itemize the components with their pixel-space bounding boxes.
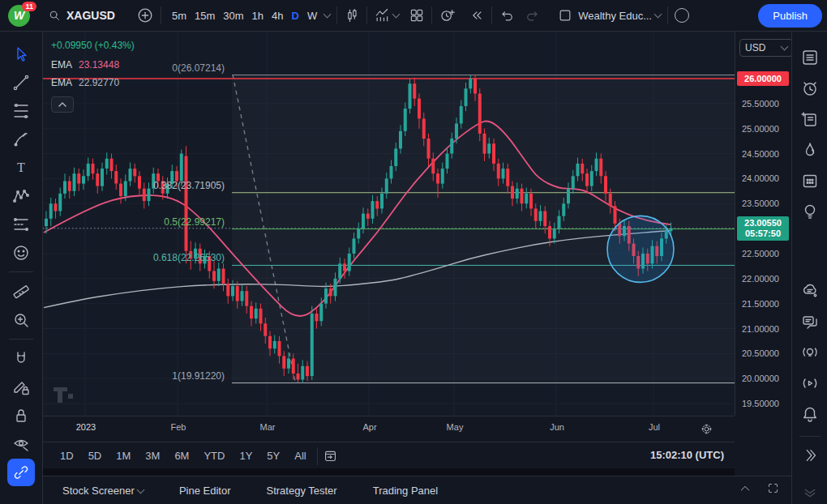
tab-stock-screener[interactable]: Stock Screener [58, 484, 148, 498]
notifications-button[interactable] [798, 402, 822, 426]
publish-button[interactable]: Publish [758, 4, 822, 28]
notifications-bell-icon [800, 404, 820, 424]
candlestick-style-icon[interactable] [344, 7, 360, 23]
range-1d[interactable]: 1D [54, 446, 79, 465]
bottom-panel: Stock Screener Pine Editor Strategy Test… [43, 476, 791, 504]
chevron-down-icon[interactable] [654, 11, 662, 19]
range-1m[interactable]: 1M [110, 446, 136, 465]
timeframe-5m[interactable]: 5m [168, 6, 191, 25]
range-ytd[interactable]: YTD [198, 446, 230, 465]
zoom-in-tool[interactable] [7, 306, 35, 334]
maximize-icon[interactable] [766, 481, 780, 495]
highlight-circle[interactable] [607, 216, 674, 282]
draw-lock-icon [11, 378, 31, 397]
brush-tool[interactable] [7, 126, 35, 153]
indicators-icon[interactable] [374, 7, 390, 23]
streams-button[interactable] [798, 371, 822, 395]
emoji-tool[interactable] [7, 239, 35, 267]
price-tick: 21.00000 [742, 324, 779, 334]
indicator-row[interactable]: EMA23.13448 [51, 58, 135, 71]
minds-button[interactable] [798, 279, 822, 303]
chevron-down-icon[interactable] [392, 11, 401, 19]
cursor-tool[interactable] [7, 41, 35, 68]
undo-icon[interactable] [499, 7, 515, 23]
fib-retracement-tool[interactable] [7, 97, 35, 125]
timeframe-30m[interactable]: 30m [219, 6, 247, 25]
collapse-sidebar-button[interactable] [798, 443, 822, 468]
fib-level-label: 0.618(22.26530) [153, 252, 225, 263]
alerts-button[interactable] [798, 76, 822, 100]
tab-trading-panel[interactable]: Trading Panel [368, 484, 443, 498]
hide-drawings-icon [11, 434, 31, 454]
range-all[interactable]: All [289, 446, 311, 465]
streams-icon [800, 374, 820, 393]
price-alert-badge[interactable]: 26.00000 [737, 71, 789, 86]
chart-canvas[interactable]: 0(26.07214)0.382(23.71905)0.5(22.99217)0… [43, 31, 735, 416]
divider [9, 271, 33, 272]
divider [336, 6, 337, 24]
timeframe-4h[interactable]: 4h [268, 6, 287, 25]
forecast-tool[interactable] [7, 211, 35, 238]
timeframe-1d[interactable]: D [288, 6, 303, 25]
hide-drawings-tool[interactable] [7, 430, 35, 458]
drawing-toolbar: T [0, 31, 43, 504]
measure-tool[interactable] [7, 278, 35, 305]
search-icon [48, 9, 62, 23]
time-axis[interactable]: 2023FebMarAprMayJunJul [43, 416, 735, 442]
layout-square-icon[interactable] [557, 7, 573, 23]
range-5d[interactable]: 5D [83, 446, 108, 465]
gear-icon[interactable] [700, 422, 713, 436]
timeframe-1w[interactable]: W [303, 6, 321, 25]
collapse-corner-button[interactable] [798, 479, 822, 503]
chevron-up-icon[interactable] [739, 482, 752, 495]
magnet-tool[interactable] [7, 345, 35, 373]
time-axis-label: May [431, 422, 479, 432]
timeframe-15m[interactable]: 15m [191, 6, 219, 25]
live-ideas-button[interactable] [798, 340, 822, 365]
lock-drawings-tool[interactable] [7, 402, 35, 429]
range-1y[interactable]: 1Y [234, 446, 258, 465]
calendar-button[interactable] [798, 169, 822, 193]
add-symbol-icon[interactable] [136, 6, 154, 24]
right-sidebar [791, 31, 827, 504]
range-6m[interactable]: 6M [169, 446, 195, 465]
price-tick: 24.00000 [742, 173, 779, 183]
bar-countdown: 05:57:50 [737, 229, 789, 239]
indicator-row[interactable]: EMA22.92770 [51, 76, 135, 89]
top-toolbar: W 11 XAGUSD 5m 15m 30m 1h 4h D W Wealthy… [0, 0, 827, 32]
legend-collapse-button[interactable] [51, 96, 74, 113]
tab-strategy-tester[interactable]: Strategy Tester [261, 484, 341, 498]
hotlists-button[interactable] [798, 138, 822, 162]
drawing-mode-tool[interactable] [7, 374, 35, 401]
sync-drawings-tool[interactable] [7, 459, 35, 486]
trend-line-tool[interactable] [7, 69, 35, 96]
avatar[interactable]: W 11 [8, 5, 30, 27]
replay-icon[interactable] [469, 7, 485, 23]
avatar-logo: W [14, 9, 24, 22]
notes-button[interactable] [798, 107, 822, 131]
alert-plus-icon[interactable] [439, 7, 456, 24]
price-change: +0.09950 (+0.43%) [51, 39, 135, 52]
text-tool[interactable]: T [7, 154, 35, 182]
range-5y[interactable]: 5Y [261, 446, 285, 465]
user-circle-icon [675, 8, 689, 23]
price-scale[interactable]: USD 26.00000 23.00550 05:57:50 25.500002… [735, 31, 792, 416]
go-to-date-icon[interactable] [323, 448, 338, 463]
divider [491, 6, 492, 24]
cursor-icon [11, 45, 31, 64]
tab-pine-editor[interactable]: Pine Editor [174, 484, 236, 498]
layout-name[interactable]: Wealthy Educ... [578, 10, 652, 22]
pattern-tool[interactable] [7, 182, 35, 210]
symbol-search-button[interactable]: XAGUSD [48, 9, 115, 23]
timeframe-1h[interactable]: 1h [248, 6, 268, 25]
layout-grid-icon[interactable] [409, 7, 425, 23]
watchlist-button[interactable] [798, 45, 822, 70]
clock[interactable]: 15:02:10 (UTC) [650, 449, 724, 461]
currency-selector[interactable]: USD [739, 39, 793, 57]
ideas-button[interactable] [798, 199, 822, 224]
redo-icon[interactable] [525, 7, 541, 23]
range-3m[interactable]: 3M [139, 446, 165, 465]
chat-button[interactable] [798, 310, 822, 334]
chevron-down-icon[interactable] [324, 11, 332, 19]
calendar-icon [800, 171, 820, 190]
